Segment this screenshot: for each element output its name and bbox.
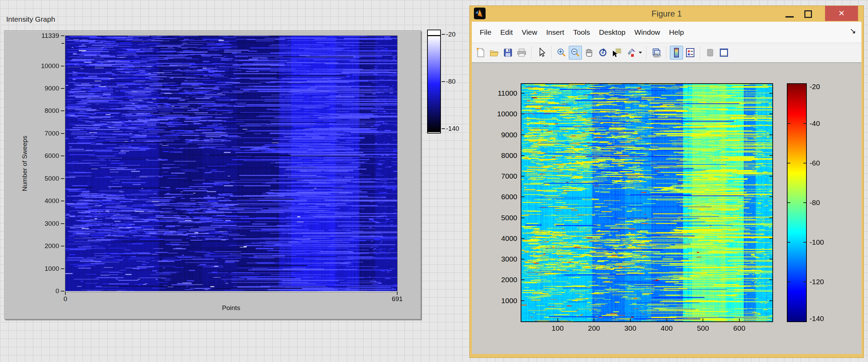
ml-y-tick-mark: [521, 135, 524, 135]
lv-y-tick-label: 2000: [28, 242, 59, 250]
insert-legend-button[interactable]: [684, 46, 697, 60]
toolbar-separator: [551, 46, 552, 59]
minimize-button[interactable]: [785, 16, 794, 18]
menu-edit[interactable]: Edit: [496, 28, 517, 36]
lv-y-tick-mark: [61, 88, 64, 89]
ml-colorbar-tick-label: -100: [810, 238, 824, 246]
link-plot-icon: [651, 48, 662, 57]
ml-x-tick-label: 300: [618, 324, 642, 332]
figure-toolbar: [472, 43, 861, 63]
ml-y-tick-mark-right: [769, 93, 772, 94]
lv-y-tick-label: 0: [28, 287, 59, 295]
lv-intensity-heatmap[interactable]: [65, 36, 397, 292]
zoom-out-icon: [571, 48, 580, 57]
menu-desktop[interactable]: Desktop: [595, 28, 630, 36]
matlab-axes[interactable]: [521, 83, 773, 322]
ml-x-tick-label: 100: [546, 324, 570, 332]
ml-colorbar-tick-mark-right: [803, 281, 806, 282]
dock-figure-icon[interactable]: ↘: [850, 27, 856, 35]
lv-colorbar-tick-mark: [442, 128, 445, 129]
ml-y-tick-mark: [521, 300, 524, 301]
lv-graph-title: Intensity Graph: [6, 15, 55, 23]
toolbar-separator: [646, 46, 647, 59]
ml-y-tick-mark: [521, 259, 524, 259]
legend-icon: [685, 47, 695, 58]
ml-x-tick-mark: [703, 318, 703, 321]
lv-colorbar-tick-label: -80: [446, 78, 455, 85]
lv-y-tick-label: 5000: [28, 175, 59, 182]
lv-x-tick-label: 691: [387, 295, 408, 303]
menu-tools[interactable]: Tools: [569, 28, 595, 36]
ml-y-tick-label: 2000: [483, 276, 517, 284]
menu-view[interactable]: View: [517, 28, 542, 36]
ml-y-tick-mark: [521, 114, 524, 114]
insert-colorbar-button[interactable]: [670, 46, 683, 60]
menu-help[interactable]: Help: [664, 28, 688, 36]
ml-colorbar-tick-mark: [788, 202, 790, 203]
lv-y-tick-mark: [61, 110, 64, 111]
ml-y-tick-mark: [521, 176, 524, 177]
ml-y-tick-label: 4000: [483, 234, 517, 243]
lv-x-tick-mark: [65, 292, 66, 295]
new-document-icon: [476, 47, 485, 58]
lv-y-tick-mark: [61, 133, 64, 134]
ml-y-tick-label: 10000: [483, 110, 517, 118]
maximize-button[interactable]: [804, 10, 812, 18]
rotate-3d-button[interactable]: [596, 46, 609, 60]
lv-colorbar-tick-mark: [442, 81, 445, 82]
open-file-button[interactable]: [488, 46, 501, 60]
lv-y-tick-label: 4000: [28, 197, 59, 205]
menu-bar: FileEditViewInsertToolsDesktopWindowHelp…: [472, 22, 861, 43]
ml-y-tick-mark: [521, 196, 524, 197]
lv-y-tick-label: 6000: [28, 152, 59, 160]
ml-colorbar-tick-mark-right: [803, 202, 806, 203]
show-plot-tools-button[interactable]: [717, 46, 730, 60]
ml-y-tick-mark: [521, 238, 524, 239]
menu-window[interactable]: Window: [630, 28, 665, 36]
ml-y-tick-mark-right: [769, 155, 772, 156]
zoom-out-button[interactable]: [569, 46, 582, 60]
ml-x-tick-label: 200: [582, 324, 606, 332]
link-plot-button[interactable]: [650, 46, 663, 60]
ml-y-tick-label: 5000: [483, 214, 517, 222]
ml-y-tick-mark: [521, 93, 524, 94]
lv-y-tick-label: 11339: [28, 32, 59, 40]
close-button[interactable]: ×: [825, 6, 858, 21]
ml-colorbar-tick-label: -60: [810, 159, 820, 167]
brush-dropdown-button[interactable]: [638, 46, 643, 60]
save-figure-button[interactable]: [501, 46, 514, 60]
matlab-heatmap[interactable]: [521, 84, 772, 321]
ml-y-tick-mark-right: [769, 217, 772, 218]
lv-y-tick-mark: [61, 223, 64, 224]
lv-y-tick-mark: [61, 246, 64, 246]
lv-y-tick-label: 9000: [28, 85, 59, 92]
ml-colorbar-tick-label: -120: [810, 278, 824, 286]
new-figure-button[interactable]: [474, 46, 487, 60]
menu-file[interactable]: File: [475, 28, 496, 36]
ml-y-tick-label: 6000: [483, 193, 517, 201]
print-figure-button[interactable]: [515, 46, 528, 60]
hide-plot-tools-button[interactable]: [704, 46, 717, 60]
lv-colorbar-tick-label: -20: [446, 31, 455, 38]
zoom-in-icon: [557, 48, 566, 57]
pan-button[interactable]: [583, 46, 596, 60]
ml-colorbar-tick-label: -40: [810, 119, 820, 128]
lv-y-tick-label: 8000: [28, 107, 59, 115]
save-floppy-icon: [503, 48, 513, 57]
ml-x-tick-label: 600: [727, 324, 751, 332]
lv-x-tick-mark: [397, 292, 398, 295]
data-cursor-button[interactable]: [610, 46, 623, 60]
lv-colorbar: [427, 30, 441, 134]
ml-y-tick-mark-right: [769, 135, 772, 135]
ml-colorbar-tick-mark: [788, 281, 790, 282]
lv-y-tick-label: 1000: [28, 265, 59, 273]
hand-pan-icon: [584, 48, 594, 57]
ml-colorbar-tick-mark-right: [803, 123, 806, 124]
ml-y-tick-label: 9000: [483, 131, 517, 139]
edit-plot-button[interactable]: [535, 46, 548, 60]
ml-x-tick-mark: [666, 318, 667, 321]
brush-data-button[interactable]: [624, 46, 637, 60]
menu-insert[interactable]: Insert: [542, 28, 569, 36]
zoom-in-button[interactable]: [555, 46, 568, 60]
lv-y-tick-label: 10000: [28, 62, 59, 70]
